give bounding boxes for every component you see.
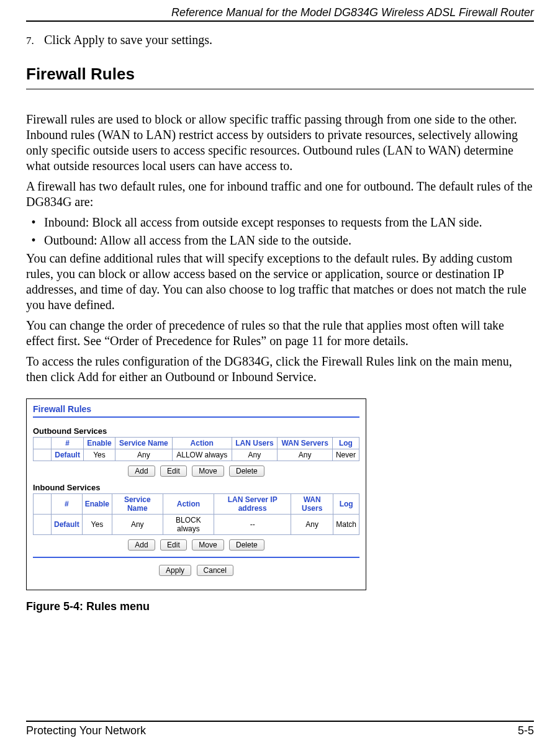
cell-log: Never xyxy=(332,449,359,461)
bullet-inbound: • Inbound: Block all access from outside… xyxy=(26,215,534,230)
apply-cancel-row: Apply Cancel xyxy=(33,564,359,576)
figure-caption: Figure 5-4: Rules menu xyxy=(26,600,534,613)
bullet-text: Inbound: Block all access from outside e… xyxy=(44,215,482,229)
col-service: Service Name xyxy=(115,438,172,449)
col-num: # xyxy=(52,494,83,515)
step-number: 7. xyxy=(26,35,41,47)
bullet-text: Outbound: Allow all access from the LAN … xyxy=(44,233,351,247)
outbound-services-table: # Enable Service Name Action LAN Users W… xyxy=(33,437,359,461)
col-log: Log xyxy=(332,438,359,449)
cell-service: Any xyxy=(112,515,163,535)
table-header-row: # Enable Service Name Action LAN Server … xyxy=(34,494,359,515)
cell-lan: Any xyxy=(232,449,278,461)
cell-log: Match xyxy=(333,515,359,535)
firewall-rules-screenshot: Firewall Rules Outbound Services # Enabl… xyxy=(26,398,366,590)
paragraph-1: Firewall rules are used to block or allo… xyxy=(26,112,534,174)
manual-header-title: Reference Manual for the Model DG834G Wi… xyxy=(26,0,534,19)
paragraph-3: You can define additional rules that wil… xyxy=(26,251,534,313)
cell-action: ALLOW always xyxy=(172,449,232,461)
col-radio xyxy=(34,438,52,449)
col-service: Service Name xyxy=(112,494,163,515)
add-button[interactable]: Add xyxy=(128,539,155,551)
cell-enable: Yes xyxy=(84,449,115,461)
cell-enable: Yes xyxy=(82,515,112,535)
firewall-hr-bottom xyxy=(33,557,359,558)
outbound-button-row: Add Edit Move Delete xyxy=(33,465,359,477)
step-text: Click Apply to save your settings. xyxy=(44,33,212,47)
step-7: 7. Click Apply to save your settings. xyxy=(26,33,534,47)
delete-button[interactable]: Delete xyxy=(229,539,264,551)
section-title: Firewall Rules xyxy=(26,65,534,84)
col-action: Action xyxy=(163,494,214,515)
col-radio xyxy=(34,494,52,515)
paragraph-5: To access the rules configuration of the… xyxy=(26,354,534,385)
table-header-row: # Enable Service Name Action LAN Users W… xyxy=(34,438,359,449)
paragraph-2: A firewall has two default rules, one fo… xyxy=(26,179,534,210)
cell-default: Default xyxy=(52,449,84,461)
cancel-button[interactable]: Cancel xyxy=(197,565,233,576)
edit-button[interactable]: Edit xyxy=(160,539,187,551)
page-footer: Protecting Your Network 5-5 xyxy=(26,716,534,737)
add-button[interactable]: Add xyxy=(128,465,155,477)
bullet-dot: • xyxy=(26,233,41,248)
firewall-rules-title: Firewall Rules xyxy=(33,404,359,414)
edit-button[interactable]: Edit xyxy=(160,465,187,477)
firewall-hr xyxy=(33,416,359,418)
col-wan-servers: WAN Servers xyxy=(278,438,333,449)
bullet-outbound: • Outbound: Allow all access from the LA… xyxy=(26,233,534,248)
inbound-services-table: # Enable Service Name Action LAN Server … xyxy=(33,493,359,535)
inbound-button-row: Add Edit Move Delete xyxy=(33,539,359,551)
footer-left: Protecting Your Network xyxy=(26,724,146,737)
col-lan-ip: LAN Server IP address xyxy=(214,494,291,515)
col-log: Log xyxy=(333,494,359,515)
cell-radio[interactable] xyxy=(34,515,52,535)
cell-wan: Any xyxy=(278,449,333,461)
inbound-services-label: Inbound Services xyxy=(33,483,359,492)
move-button[interactable]: Move xyxy=(192,539,224,551)
cell-action: BLOCK always xyxy=(163,515,214,535)
col-enable: Enable xyxy=(84,438,115,449)
move-button[interactable]: Move xyxy=(192,465,224,477)
bullet-dot: • xyxy=(26,215,41,230)
cell-radio[interactable] xyxy=(34,449,52,461)
apply-button[interactable]: Apply xyxy=(159,565,191,576)
section-rule xyxy=(26,89,534,89)
cell-wan: Any xyxy=(291,515,333,535)
footer-right: 5-5 xyxy=(518,724,534,737)
cell-default: Default xyxy=(52,515,83,535)
cell-service: Any xyxy=(115,449,172,461)
footer-rule xyxy=(26,721,534,722)
delete-button[interactable]: Delete xyxy=(229,465,264,477)
col-wan-users: WAN Users xyxy=(291,494,333,515)
header-rule xyxy=(26,20,534,22)
outbound-services-label: Outbound Services xyxy=(33,426,359,436)
col-lan-users: LAN Users xyxy=(232,438,278,449)
paragraph-4: You can change the order of precedence o… xyxy=(26,318,534,349)
col-enable: Enable xyxy=(82,494,112,515)
col-action: Action xyxy=(172,438,232,449)
cell-lan-ip: -- xyxy=(214,515,291,535)
table-row: Default Yes Any ALLOW always Any Any Nev… xyxy=(34,449,359,461)
col-num: # xyxy=(52,438,84,449)
table-row: Default Yes Any BLOCK always -- Any Matc… xyxy=(34,515,359,535)
